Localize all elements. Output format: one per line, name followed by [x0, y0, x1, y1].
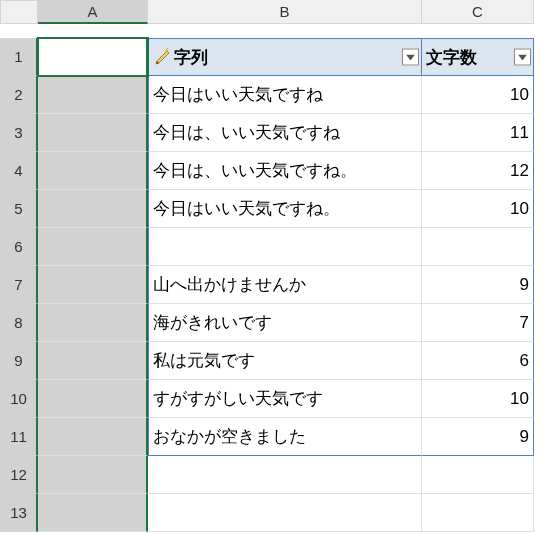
- cell-A7[interactable]: [38, 266, 148, 304]
- cell-B10[interactable]: すがすがしい天気です: [148, 380, 422, 418]
- cell-C8[interactable]: 7: [422, 304, 534, 342]
- cell-A8[interactable]: [38, 304, 148, 342]
- cell-C10[interactable]: 10: [422, 380, 534, 418]
- row-header-9[interactable]: 9: [0, 342, 38, 380]
- cell-C11[interactable]: 9: [422, 418, 534, 456]
- cell-A13[interactable]: [38, 494, 148, 532]
- cell-C4[interactable]: 12: [422, 152, 534, 190]
- cell-C7[interactable]: 9: [422, 266, 534, 304]
- cell-B6[interactable]: [148, 228, 422, 266]
- row-header-5[interactable]: 5: [0, 190, 38, 228]
- cell-B12[interactable]: [148, 456, 422, 494]
- filter-button-B[interactable]: [402, 49, 419, 66]
- row-header-11[interactable]: 11: [0, 418, 38, 456]
- cell-A6[interactable]: [38, 228, 148, 266]
- cell-B11[interactable]: おなかが空きました: [148, 418, 422, 456]
- table-header-C-label: 文字数: [426, 46, 477, 69]
- col-header-B[interactable]: B: [148, 0, 422, 24]
- row-header-3[interactable]: 3: [0, 114, 38, 152]
- edit-icon: [153, 48, 172, 67]
- cell-C3[interactable]: 11: [422, 114, 534, 152]
- row-header-7[interactable]: 7: [0, 266, 38, 304]
- table-header-C[interactable]: 文字数: [422, 38, 534, 76]
- cell-C5[interactable]: 10: [422, 190, 534, 228]
- cell-B13[interactable]: [148, 494, 422, 532]
- cell-B9[interactable]: 私は元気です: [148, 342, 422, 380]
- cell-A11[interactable]: [38, 418, 148, 456]
- table-header-B[interactable]: 字列: [148, 38, 422, 76]
- select-all-corner[interactable]: [0, 0, 38, 24]
- col-header-C[interactable]: C: [422, 0, 534, 24]
- row-header-13[interactable]: 13: [0, 494, 38, 532]
- col-header-A[interactable]: A: [38, 0, 148, 24]
- cell-A9[interactable]: [38, 342, 148, 380]
- cell-A4[interactable]: [38, 152, 148, 190]
- cell-B8[interactable]: 海がきれいです: [148, 304, 422, 342]
- row-header-2[interactable]: 2: [0, 76, 38, 114]
- cell-C2[interactable]: 10: [422, 76, 534, 114]
- cell-A1[interactable]: [38, 38, 148, 76]
- cell-C6[interactable]: [422, 228, 534, 266]
- row-header-4[interactable]: 4: [0, 152, 38, 190]
- cell-A2[interactable]: [38, 76, 148, 114]
- row-header-1[interactable]: 1: [0, 38, 38, 76]
- cell-B4[interactable]: 今日は、いい天気ですね。: [148, 152, 422, 190]
- spreadsheet-grid: A B C 1 字列 文字数 2 今日はいい天気ですね 10 3 今日は、いい天…: [0, 0, 542, 532]
- cell-B3[interactable]: 今日は、いい天気ですね: [148, 114, 422, 152]
- cell-A12[interactable]: [38, 456, 148, 494]
- row-header-8[interactable]: 8: [0, 304, 38, 342]
- cell-C13[interactable]: [422, 494, 534, 532]
- cell-C9[interactable]: 6: [422, 342, 534, 380]
- row-header-10[interactable]: 10: [0, 380, 38, 418]
- cell-B7[interactable]: 山へ出かけませんか: [148, 266, 422, 304]
- cell-A3[interactable]: [38, 114, 148, 152]
- cell-A10[interactable]: [38, 380, 148, 418]
- table-header-B-label: 字列: [174, 46, 208, 69]
- row-header-12[interactable]: 12: [0, 456, 38, 494]
- cell-B2[interactable]: 今日はいい天気ですね: [148, 76, 422, 114]
- filter-button-C[interactable]: [514, 49, 531, 66]
- cell-C12[interactable]: [422, 456, 534, 494]
- row-header-6[interactable]: 6: [0, 228, 38, 266]
- cell-A5[interactable]: [38, 190, 148, 228]
- cell-B5[interactable]: 今日はいい天気ですね。: [148, 190, 422, 228]
